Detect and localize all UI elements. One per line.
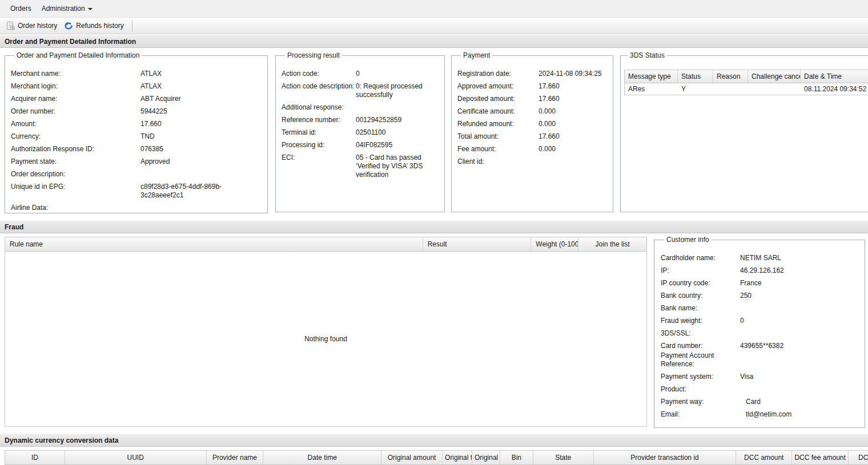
col-date-time[interactable]: Date & Time [801, 70, 868, 83]
field-label: Terminal id: [282, 128, 356, 137]
field-label: Total amount: [457, 132, 539, 141]
toolbar-separator [132, 20, 132, 31]
field-value: 05 - Card has passed ‘Verified by VISA’ … [356, 153, 440, 179]
field-value: ABT Acquirer [140, 95, 263, 103]
field-currency: Currency:TND [11, 132, 263, 141]
section-order-payment-title: Order and Payment Detailed Information [5, 38, 136, 46]
field-action-code: Action code:0 [282, 70, 440, 78]
field-value: 250 [740, 292, 860, 300]
payment-legend: Payment [461, 51, 492, 59]
three-ds-status-panel: 3DS Status Message type Status Reason Ch… [620, 51, 868, 212]
col-date-time[interactable]: Date time [263, 451, 381, 464]
field-label: Payment state: [11, 157, 140, 166]
col-message-type[interactable]: Message type [625, 70, 678, 83]
field-payment-account-reference: Payment Account Reference: [661, 351, 860, 369]
col-status[interactable]: Status [678, 70, 713, 83]
table-row[interactable]: ARes Y 08.11.2024 09:34:52 [624, 83, 868, 95]
chevron-down-icon [88, 8, 93, 10]
field-label: Fraud weight: [661, 317, 740, 325]
field-label: Certificate amount: [457, 107, 539, 116]
cell-date-time: 08.11.2024 09:34:52 [801, 83, 868, 95]
field-value: 17.660 [539, 95, 608, 103]
field-label: Bank name: [661, 304, 740, 313]
col-original-amount[interactable]: Original amount [381, 451, 443, 464]
field-unique-id-epg: Unique id in EPG:c89f28d3-e675-4ddf-869b… [11, 183, 263, 200]
field-value: tld@netim.com [740, 410, 860, 419]
field-value: 001294252859 [356, 116, 440, 124]
field-label: Payment way: [661, 398, 740, 406]
section-order-payment-header: Order and Payment Detailed Information [0, 35, 868, 48]
order-info-panel: Order and Payment Detailed Information M… [5, 51, 268, 213]
field-cardholder-name: Cardholder name:NETIM SARL [661, 254, 860, 262]
section-dcc-header: Dynamic currency conversion data [0, 434, 868, 447]
col-weight[interactable]: Weight (0-100) [531, 237, 578, 251]
field-ip-country-code: IP country code:France [661, 279, 860, 288]
col-dcc-amount[interactable]: DCC amount [736, 451, 792, 464]
cell-challenge-cancel [748, 83, 801, 95]
field-order-description: Order description: [11, 170, 263, 179]
field-label: Payment system: [661, 373, 740, 381]
col-result[interactable]: Result [423, 237, 532, 251]
field-label: Client id: [457, 157, 539, 166]
toolbar: Order history Refunds history [0, 17, 868, 34]
field-value: ATLAX [140, 82, 263, 91]
field-value: c89f28d3-e675-4ddf-869b-3c28aeeef2c1 [140, 183, 263, 200]
field-value: 0 [356, 70, 440, 78]
field-total-amount: Total amount:17.660 [457, 132, 608, 141]
field-label: Unique id in EPG: [11, 183, 140, 191]
field-value: 0.000 [539, 120, 608, 128]
field-label: Card number: [661, 342, 740, 350]
field-label: Registration date: [457, 70, 539, 78]
col-join-the-list[interactable]: Join the list [578, 237, 646, 251]
field-value: 46.29.126.162 [740, 266, 860, 275]
field-deposited-amount: Deposited amount:17.660 [457, 95, 608, 103]
col-dcc-fee-amount[interactable]: DCC fee amount [792, 451, 849, 464]
three-ds-legend: 3DS Status [628, 51, 667, 59]
field-value: 2024-11-08 09:34:25 [539, 70, 608, 78]
col-reason[interactable]: Reason [713, 70, 748, 83]
field-merchant-name: Merchant name:ATLAX [11, 70, 263, 78]
field-label: Fee amount: [457, 145, 539, 153]
field-bank-name: Bank name: [661, 304, 860, 313]
col-dcc-currency[interactable]: DCC [849, 451, 868, 464]
field-order-number: Order number:5944225 [11, 107, 263, 116]
col-challenge-cancel[interactable]: Challenge cancel [748, 70, 801, 83]
order-history-button[interactable]: Order history [3, 19, 62, 32]
field-label: Additional response: [282, 103, 356, 112]
col-provider-name[interactable]: Provider name [207, 451, 264, 464]
col-original-currency[interactable]: Original c [472, 451, 500, 464]
field-label: Reference number: [282, 116, 356, 124]
col-provider-transaction-id[interactable]: Provider transaction id [594, 451, 737, 464]
field-label: Cardholder name: [661, 254, 740, 262]
field-label: Action code: [282, 70, 356, 78]
field-label: Authorization Response ID: [11, 145, 140, 153]
section-fraud-header: Fraud [0, 220, 868, 233]
menu-administration[interactable]: Administration [37, 2, 98, 15]
field-refunded-amount: Refunded amount:0.000 [457, 120, 608, 128]
field-label: IP: [661, 266, 740, 275]
col-original-fee[interactable]: Original f [443, 451, 472, 464]
field-value: 439655**6382 [740, 342, 860, 350]
order-history-icon [6, 21, 15, 30]
field-label: 3DS/SSL: [661, 329, 740, 338]
field-certificate-amount: Certificate amount:0.000 [457, 107, 608, 116]
col-uuid[interactable]: UUID [65, 451, 207, 464]
refunds-history-button[interactable]: Refunds history [62, 19, 128, 32]
field-bank-country: Bank country:250 [661, 292, 860, 300]
col-id[interactable]: ID [5, 451, 65, 464]
col-rule-name[interactable]: Rule name [5, 237, 423, 251]
field-label: Bank country: [661, 292, 740, 300]
col-bin[interactable]: Bin [500, 451, 533, 464]
field-label: Amount: [11, 120, 140, 128]
processing-result-legend: Processing result [285, 51, 342, 59]
dcc-table-header: ID UUID Provider name Date time Original… [5, 450, 868, 465]
field-fraud-weight: Fraud weight:0 [661, 317, 860, 325]
menu-orders[interactable]: Orders [6, 2, 37, 15]
field-label: Action code description: [282, 82, 356, 91]
field-value: 17.660 [140, 120, 263, 128]
cell-reason [713, 83, 748, 95]
col-state[interactable]: State [533, 451, 594, 464]
field-product: Product: [661, 385, 860, 394]
field-label: IP country code: [661, 279, 740, 288]
field-label: Acquirer name: [11, 95, 140, 103]
